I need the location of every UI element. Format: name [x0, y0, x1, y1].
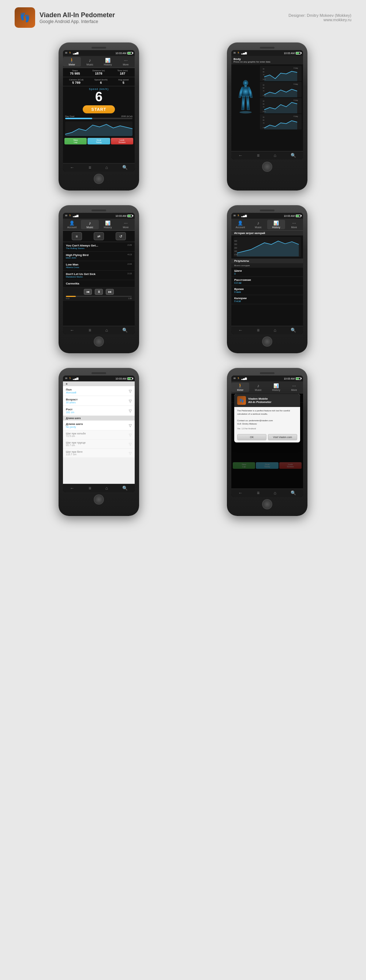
back-nav-4[interactable]: ←	[238, 328, 243, 333]
search-nav-5[interactable]: 🔍	[122, 485, 128, 491]
lock-screen-bg: LockScreen	[279, 462, 302, 469]
phone-6-screen: ✉ 🏃 ▂▄▆ 10:03 AM 🚶 Meter ♪ Music	[231, 375, 303, 497]
search-nav-1[interactable]: 🔍	[122, 165, 128, 170]
home-button-3[interactable]	[94, 336, 104, 347]
svg-marker-16	[264, 102, 297, 113]
tab-music-1[interactable]: ♪ Music	[81, 57, 99, 67]
progress-bar[interactable]	[66, 296, 132, 297]
home-nav-2[interactable]: ⌂	[274, 153, 276, 158]
status-right-1: 10:03 AM	[115, 52, 133, 54]
battery-4	[296, 215, 301, 217]
tab-history-6[interactable]: 📊 History	[267, 382, 285, 392]
track-item-1[interactable]: You Can't Always Get... The Rolling Ston…	[63, 242, 135, 251]
phones-row-2: ✉ 🏃 ▂▄▆ 10:03 AM 👤 Account ♪ Music	[0, 198, 366, 361]
start-button[interactable]: START	[83, 105, 115, 113]
tab-music-3[interactable]: ♪ Music	[81, 220, 99, 229]
menu-nav-3[interactable]: ≡	[89, 328, 91, 333]
status-right-2: 10:03 AM	[284, 52, 301, 54]
stride-dropdown-icon: ▽	[129, 423, 132, 428]
tab-more-4[interactable]: ··· More	[285, 220, 303, 229]
home-button-6[interactable]	[262, 499, 272, 509]
walk-stride-item[interactable]: Шаг при хотьбе 72.5 cm ▽	[63, 430, 135, 439]
tab-account-3[interactable]: 👤 Account	[63, 220, 81, 229]
tab-bar-1[interactable]: 🚶 Meter ♪ Music 📊 History ··· More	[63, 56, 135, 68]
tab-history-1[interactable]: 📊 History	[99, 57, 117, 67]
shuffle-btn[interactable]: ⇌	[94, 232, 104, 240]
menu-nav-4[interactable]: ≡	[257, 328, 259, 333]
home-button-4[interactable]	[262, 336, 272, 347]
body-chart-2[interactable]: 4 day 90 80 70 (cm)	[260, 82, 302, 97]
nav-bar-6: ← ≡ ⌂ 🔍	[231, 488, 303, 497]
home-nav-1[interactable]: ⌂	[105, 165, 108, 170]
body-chart-1[interactable]: 4 day 90 80 70 (cm)	[260, 66, 302, 81]
body-chart-3[interactable]: 4 day 90 80 70 (cm)	[260, 98, 302, 113]
track-item-3[interactable]: Low Man Alberta Cross 2:44	[63, 261, 135, 270]
new-lap-button[interactable]: NewLap	[64, 138, 87, 145]
dialog-visit-button[interactable]: Visit Viaden.com	[268, 434, 297, 440]
speed-stat: Speed (km/h) 6	[94, 79, 108, 84]
track-item-5[interactable]: Carmelita	[63, 280, 135, 287]
website-label: www.mokkey.ru	[288, 18, 352, 22]
back-nav-5[interactable]: ←	[70, 485, 74, 491]
tab-account-4[interactable]: 👤 Account	[231, 220, 249, 229]
back-nav-1[interactable]: ←	[70, 165, 74, 170]
tab-bar-3[interactable]: 👤 Account ♪ Music 📊 History ··· More	[63, 219, 135, 231]
tab-more-1[interactable]: ··· More	[117, 57, 135, 67]
result-steps: Шаги 0	[231, 268, 303, 277]
repeat-btn[interactable]: ↺	[116, 232, 126, 240]
tab-bar-6[interactable]: 🚶 Meter ♪ Music 📊 History ··· More	[231, 382, 303, 393]
jog-stride-item[interactable]: Шаг при трусце 95.7 cm ▽	[63, 439, 135, 449]
header-left: 👣 Viaden All-In Pedometer Google Android…	[14, 7, 115, 28]
stride-length-item[interactable]: Длина шага No pocty ▽	[63, 420, 135, 430]
tab-bar-4[interactable]: 👤 Account ♪ Music 📊 History ··· More	[231, 219, 303, 231]
tab-meter-1[interactable]: 🚶 Meter	[63, 57, 81, 67]
search-nav-4[interactable]: 🔍	[291, 328, 296, 333]
menu-nav-6[interactable]: ≡	[257, 490, 259, 495]
age-item[interactable]: Возраст 30 years ▽	[63, 396, 135, 406]
home-nav-4[interactable]: ⌂	[274, 328, 276, 333]
home-button-5[interactable]	[94, 495, 104, 504]
body-chart-4[interactable]: 4 day 90 80 70 (cm)	[260, 114, 302, 129]
pause-btn[interactable]: ⏸	[95, 289, 103, 295]
svg-text:70: 70	[263, 122, 265, 124]
gender-item[interactable]: Пол Женский ▽	[63, 386, 135, 396]
account-section-me: я	[63, 382, 135, 386]
tab-more-3[interactable]: ··· More	[117, 220, 135, 229]
svg-marker-10	[264, 89, 297, 97]
back-nav-6[interactable]: ←	[238, 490, 243, 495]
tab-history-3[interactable]: 📊 History	[99, 220, 117, 229]
back-nav-2[interactable]: ←	[238, 153, 243, 158]
menu-nav-5[interactable]: ≡	[89, 485, 91, 491]
list-view-btn[interactable]: ≡	[72, 232, 82, 240]
tab-music-6[interactable]: ♪ Music	[249, 382, 267, 392]
phones-row-1: ✉ 🏃 ▂▄▆ 10:03 AM 🚶 Meter ♪ Music	[0, 35, 366, 198]
search-nav-3[interactable]: 🔍	[122, 328, 128, 333]
search-nav-2[interactable]: 🔍	[291, 153, 296, 158]
home-button-2[interactable]	[262, 162, 272, 172]
home-nav-3[interactable]: ⌂	[105, 328, 108, 333]
track-item-4[interactable]: Don't Let Us Get Sick Madeleine Martin 2…	[63, 270, 135, 280]
dialog-ok-button[interactable]: OK	[237, 434, 267, 440]
next-btn[interactable]: ⏭	[106, 289, 114, 295]
prev-btn[interactable]: ⏮	[84, 289, 92, 295]
menu-nav-2[interactable]: ≡	[257, 153, 259, 158]
tab-more-6[interactable]: ··· More	[285, 382, 303, 392]
results-header: Результаты	[231, 259, 303, 263]
tab-history-4[interactable]: 📊 History	[267, 220, 285, 229]
phone-speaker-6	[260, 372, 275, 374]
tab-meter-6[interactable]: 🚶 Meter	[231, 382, 249, 392]
lock-screen-button[interactable]: LockScreen	[111, 138, 133, 145]
nav-bar-3: ← ≡ ⌂ 🔍	[63, 326, 135, 334]
home-nav-6[interactable]: ⌂	[274, 490, 276, 495]
menu-nav-1[interactable]: ≡	[89, 165, 91, 170]
home-button-1[interactable]	[94, 174, 104, 184]
tab-music-4[interactable]: ♪ Music	[249, 220, 267, 229]
bottom-buttons-1: NewLap GoalToday LockScreen	[63, 137, 135, 146]
search-nav-6[interactable]: 🔍	[291, 490, 296, 495]
home-nav-5[interactable]: ⌂	[105, 485, 108, 491]
height-item[interactable]: Рост 181 cm ▽	[63, 406, 135, 416]
back-nav-3[interactable]: ←	[70, 328, 74, 333]
run-stride-item[interactable]: Шаг при беге 115.7 cm ▽	[63, 449, 135, 458]
track-item-2[interactable]: High Flying Bird Elton John 4:13	[63, 251, 135, 261]
goal-today-button[interactable]: GoalToday	[88, 138, 110, 145]
